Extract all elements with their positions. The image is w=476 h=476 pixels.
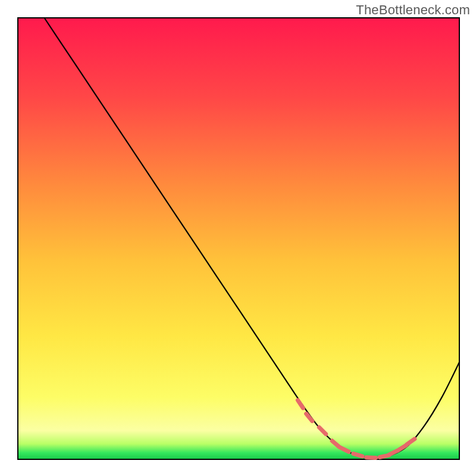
bottleneck-chart: TheBottleneck.com [0,0,476,476]
highlight-dot [353,453,362,456]
chart-svg [0,0,476,476]
highlight-dot [367,458,376,458]
gradient-background [18,18,459,459]
watermark-text: TheBottleneck.com [356,2,470,18]
